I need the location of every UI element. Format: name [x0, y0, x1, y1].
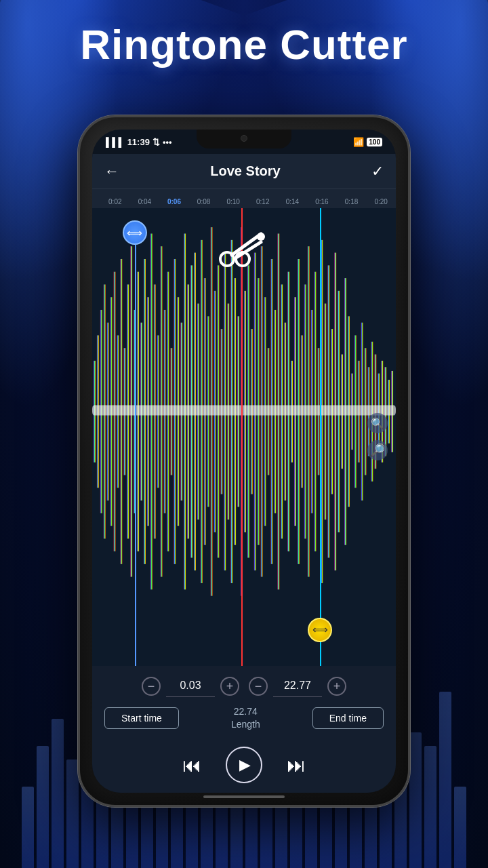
- start-marker-line: [135, 245, 136, 666]
- end-marker-line: [320, 208, 321, 666]
- time-buttons-row: Start time 22.74 Length End time: [104, 705, 384, 732]
- phone-screen: ▌▌▌ 11:39 ⇅ ••• 📶 100 ← Love Story ✓: [92, 130, 396, 793]
- back-button[interactable]: ←: [104, 163, 119, 180]
- status-dots: •••: [163, 137, 172, 147]
- zoom-in-button[interactable]: 🔍: [367, 413, 388, 433]
- prev-icon: ⏮: [182, 754, 201, 776]
- phone-frame: ▌▌▌ 11:39 ⇅ ••• 📶 100 ← Love Story ✓: [78, 115, 410, 807]
- end-time-group: − +: [249, 675, 346, 697]
- ruler-mark: 0:08: [189, 198, 219, 205]
- battery-icon: 100: [367, 138, 382, 146]
- song-title: Love Story: [210, 163, 280, 179]
- length-value: 22.74: [179, 705, 312, 719]
- start-time-input[interactable]: [166, 675, 215, 697]
- time-inputs-row: − + − +: [104, 675, 384, 697]
- playback-controls: ⏮ ▶ ⏭: [104, 740, 384, 787]
- waveform-svg: [92, 208, 396, 666]
- zoom-controls: 🔍 🔎: [367, 413, 388, 460]
- ruler-mark: 0:14: [278, 198, 308, 205]
- ruler-mark: 0:18: [337, 198, 367, 205]
- ruler-mark: 0:10: [218, 198, 248, 205]
- end-minus-button[interactable]: −: [249, 677, 268, 696]
- timeline-ruler: 0:02 0:04 0:06 0:08 0:10 0:12 0:14 0:16 …: [92, 189, 396, 208]
- confirm-button[interactable]: ✓: [371, 163, 384, 180]
- signal-bars: ▌▌▌: [106, 137, 125, 147]
- play-icon: ▶: [239, 756, 251, 774]
- ruler-mark: 0:06: [159, 198, 189, 205]
- zoom-in-icon: 🔍: [371, 417, 384, 430]
- status-time: 11:39: [127, 137, 150, 147]
- end-handle[interactable]: ⟺: [308, 618, 332, 642]
- svg-rect-95: [92, 406, 396, 416]
- end-handle-arrows: ⟺: [312, 623, 328, 636]
- ruler-marks: 0:02 0:04 0:06 0:08 0:10 0:12 0:14 0:16 …: [100, 198, 396, 205]
- ruler-mark: 0:20: [366, 198, 396, 205]
- end-plus-button[interactable]: +: [327, 677, 346, 696]
- start-handle[interactable]: ⟺: [123, 220, 147, 245]
- ruler-mark: 0:12: [248, 198, 278, 205]
- play-button[interactable]: ▶: [226, 747, 262, 783]
- prev-button[interactable]: ⏮: [182, 754, 201, 776]
- controls-area: − + − +: [92, 666, 396, 793]
- waveform-container: ⟺ ⟺ 🔍 🔎: [92, 208, 396, 666]
- start-time-button[interactable]: Start time: [104, 707, 179, 729]
- app-header: ← Love Story ✓: [92, 154, 396, 189]
- length-display: 22.74 Length: [179, 705, 312, 732]
- home-indicator: [203, 795, 285, 798]
- ruler-mark: 0:16: [307, 198, 337, 205]
- length-label: Length: [179, 718, 312, 732]
- camera: [241, 135, 247, 142]
- start-plus-button[interactable]: +: [220, 677, 239, 696]
- start-minus-button[interactable]: −: [142, 677, 161, 696]
- zoom-out-icon: 🔎: [370, 443, 385, 458]
- phone-mockup: ▌▌▌ 11:39 ⇅ ••• 📶 100 ← Love Story ✓: [78, 115, 410, 807]
- next-button[interactable]: ⏭: [287, 754, 306, 776]
- notch: [197, 130, 291, 149]
- ruler-mark: 0:04: [130, 198, 160, 205]
- end-time-button[interactable]: End time: [312, 707, 384, 729]
- wifi-icon: 📶: [353, 137, 364, 147]
- next-icon: ⏭: [287, 754, 306, 776]
- status-right: 📶 100: [353, 137, 382, 147]
- end-time-input[interactable]: [273, 675, 322, 697]
- status-left: ▌▌▌ 11:39 ⇅ •••: [106, 137, 172, 147]
- zoom-out-button[interactable]: 🔎: [367, 440, 388, 460]
- page-title: Ringtone Cutter: [0, 20, 488, 68]
- sync-icon: ⇅: [152, 137, 160, 147]
- start-handle-arrows: ⟺: [127, 226, 142, 239]
- ruler-mark: 0:02: [100, 198, 130, 205]
- start-time-group: − +: [142, 675, 239, 697]
- playhead-line: [241, 208, 243, 666]
